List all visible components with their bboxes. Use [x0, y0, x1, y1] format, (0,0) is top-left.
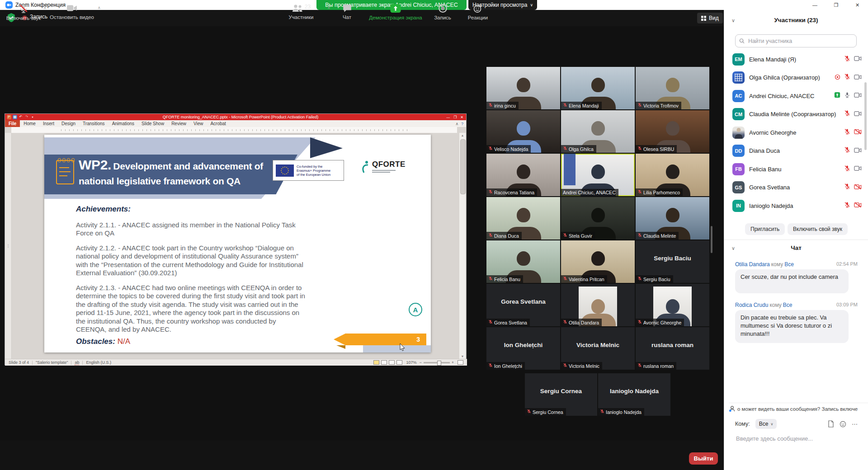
spellcheck-icon[interactable]: ab — [75, 360, 79, 365]
participant-row[interactable]: EMElena Mandaji (Я) — [724, 50, 868, 68]
mic-options-chevron[interactable]: ∧ — [43, 5, 47, 10]
ppt-quick-access-toolbar[interactable]: P ▦ ↶ ↷ ▾ — [7, 115, 35, 119]
video-tile[interactable]: Sergiu BaciuSergiu Baciu — [636, 240, 709, 283]
zoom-in-icon[interactable]: + — [452, 360, 454, 365]
camera-on-icon — [854, 92, 862, 100]
participant-row[interactable]: FBFelicia Banu — [724, 160, 868, 178]
video-tile[interactable]: Gorea SvetlanaGorea Svetlana — [486, 284, 560, 326]
language-indicator[interactable]: English (U.S.) — [86, 360, 111, 365]
participants-options-chevron[interactable]: ∧ — [327, 5, 330, 10]
record-button[interactable]: Запись — [429, 4, 456, 20]
attach-file-icon[interactable] — [828, 420, 834, 428]
chat-button[interactable]: Чат — [335, 4, 359, 20]
maximize-button[interactable]: ❐ — [826, 0, 847, 10]
video-tile[interactable]: Ion GhelețchiIon Ghelețchi — [486, 327, 560, 370]
unmute-self-button[interactable]: Включить свой звук — [788, 223, 848, 235]
video-tile[interactable]: Claudia Melinte — [636, 197, 709, 240]
ppt-tab-review[interactable]: Review — [168, 120, 190, 127]
reactions-button[interactable]: Реакции — [460, 4, 495, 20]
normal-view-icon[interactable] — [373, 360, 379, 365]
video-tile[interactable]: Elena Mandaji — [561, 67, 635, 109]
slideshow-view-icon[interactable] — [396, 360, 402, 365]
video-tile[interactable]: Racovcena Tatiana — [486, 154, 560, 196]
qat-dropdown-icon[interactable]: ▾ — [30, 115, 35, 119]
ppt-tab-transitions[interactable]: Transitions — [79, 120, 108, 127]
video-tile[interactable]: Victoria MelnicVictoria Melnic — [561, 327, 635, 370]
recipient-dropdown[interactable]: Все∨ — [755, 419, 777, 429]
ppt-close-button[interactable]: ✕ — [460, 115, 463, 119]
search-input[interactable] — [747, 38, 853, 45]
video-tile[interactable]: Andrei Chiciuc, ANACEC — [561, 154, 635, 196]
reading-view-icon[interactable] — [389, 360, 395, 365]
ppt-minimize-button[interactable]: — — [446, 115, 450, 119]
grid-scrollbar[interactable] — [711, 226, 712, 253]
ppt-slides-pane-splitter[interactable]: ⋮ — [5, 133, 12, 359]
participant-row[interactable]: CMClaudia Melinte (Соорганизатор) — [724, 105, 868, 123]
mic-muted-icon — [637, 276, 642, 282]
video-tile[interactable]: Avornic Gheorghe — [636, 284, 709, 326]
video-tile[interactable]: Otilia Dandara — [561, 284, 635, 326]
participant-row[interactable]: Avornic Gheorghe — [724, 123, 868, 141]
panel-scrollbar[interactable] — [864, 82, 867, 150]
camera-off-icon — [854, 183, 862, 192]
emoji-icon[interactable] — [840, 421, 846, 428]
video-tile[interactable]: Valentina Pritcan — [561, 240, 635, 283]
video-tile[interactable]: Sergiu CorneaSergiu Cornea — [525, 373, 597, 416]
ppt-tab-insert[interactable]: Insert — [39, 120, 58, 127]
save-icon[interactable]: ▦ — [13, 115, 17, 119]
zoom-slider[interactable] — [424, 362, 450, 363]
ppt-tab-file[interactable]: File — [5, 120, 20, 127]
video-tile[interactable]: Velisco Nadejda — [486, 110, 560, 153]
ppt-tab-acrobat[interactable]: Acrobat — [207, 120, 229, 127]
zoom-out-icon[interactable]: − — [419, 360, 421, 365]
participants-icon — [292, 4, 303, 13]
video-tile[interactable]: Ianioglo NadejdaIanioglo Nadejda — [598, 373, 670, 416]
participant-row[interactable]: ACAndrei Chiciuc, ANACEC — [724, 87, 868, 105]
participant-row[interactable]: GSGorea Svetlana — [724, 179, 868, 197]
ppt-restore-button[interactable]: ❐ — [453, 115, 457, 119]
share-screen-button[interactable]: Демонстрация экрана — [362, 4, 429, 20]
scroll-down-icon[interactable]: ▼ — [459, 355, 466, 358]
participants-button[interactable]: 23 Участники — [276, 4, 326, 20]
video-tile[interactable]: Olga Ghilca — [561, 110, 635, 153]
ribbon-collapse-icon[interactable]: ∧ — [455, 122, 458, 126]
scrollbar-thumb[interactable] — [460, 139, 466, 194]
stop-video-button[interactable]: Остановить видео — [47, 4, 97, 20]
slide-sorter-view-icon[interactable] — [381, 360, 387, 365]
video-tile[interactable]: Victoria Trofimov — [636, 67, 709, 109]
video-tile[interactable]: Diana Duca — [486, 197, 560, 240]
unmute-button[interactable]: Включить звук — [4, 4, 43, 21]
ppt-tab-slide-show[interactable]: Slide Show — [138, 120, 168, 127]
chat-message-input[interactable] — [735, 435, 859, 442]
video-tile[interactable]: Olesea SIRBU — [636, 110, 709, 153]
ppt-tab-home[interactable]: Home — [20, 120, 39, 127]
undo-icon[interactable]: ↶ — [19, 115, 23, 119]
video-tile[interactable]: Felicia Banu — [486, 240, 560, 283]
participant-row[interactable]: Olga Ghilca (Организатор) — [724, 69, 868, 87]
scroll-up-icon[interactable]: ▲ — [459, 134, 466, 137]
help-icon[interactable]: ? — [461, 122, 463, 126]
ppt-vertical-scrollbar[interactable]: ▲ ▼ — [459, 133, 466, 359]
participant-name: Felicia Banu — [749, 166, 844, 173]
avatar: AC — [732, 90, 745, 102]
fit-to-window-icon[interactable] — [458, 360, 463, 365]
ppt-app-icon: P — [7, 115, 11, 119]
video-options-chevron[interactable]: ∧ — [98, 5, 101, 10]
participant-search[interactable] — [735, 34, 857, 47]
ppt-tab-design[interactable]: Design — [58, 120, 79, 127]
participant-row[interactable]: INIanioglo Nadejda — [724, 197, 868, 215]
video-tile[interactable]: irina gincu — [486, 67, 560, 109]
video-tile[interactable]: Stela Guvir — [561, 197, 635, 240]
redo-icon[interactable]: ↷ — [24, 115, 29, 119]
video-tile[interactable]: Lilia Parhomenco — [636, 154, 709, 196]
more-options-icon[interactable]: ⋯ — [852, 421, 858, 428]
minimize-button[interactable]: — — [804, 0, 826, 10]
video-tile[interactable]: ruslana romanruslana roman — [636, 327, 709, 370]
leave-button[interactable]: Выйти — [689, 452, 718, 465]
ppt-tab-view[interactable]: View — [190, 120, 207, 127]
ppt-tab-animations[interactable]: Animations — [108, 120, 138, 127]
participant-row[interactable]: DDDiana Duca — [724, 142, 868, 160]
close-button[interactable]: ✕ — [847, 0, 868, 10]
invite-button[interactable]: Пригласить — [745, 223, 785, 235]
view-button[interactable]: Вид — [697, 13, 723, 24]
